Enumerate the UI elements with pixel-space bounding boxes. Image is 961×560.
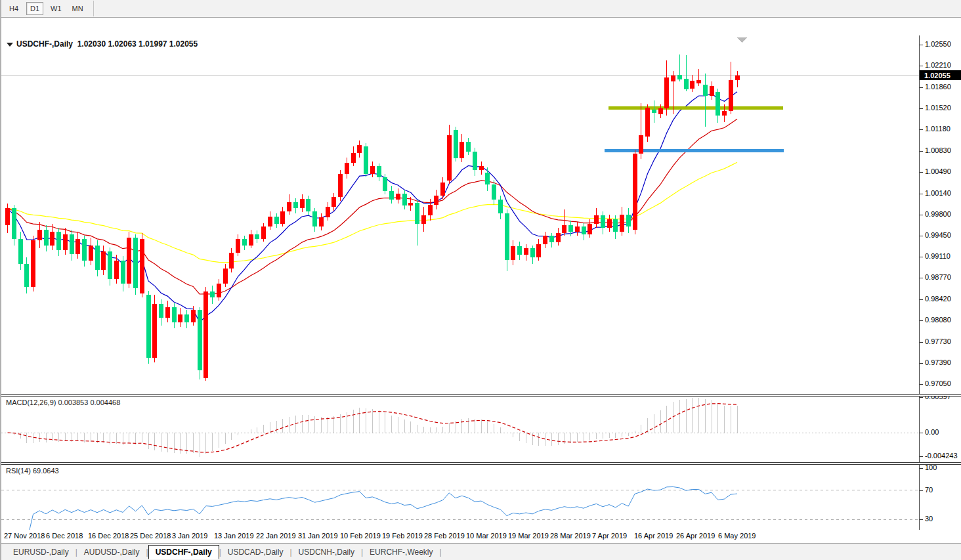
axis-tick (920, 236, 923, 236)
time-axis-label: 16 Apr 2019 (634, 532, 673, 540)
tab-usdcnh[interactable]: USDCNH-,Daily (292, 546, 361, 559)
resistance-line[interactable] (609, 106, 783, 110)
time-axis-label: 6 Dec 2018 (46, 532, 83, 540)
chart-title: USDCHF-,Daily 1.02030 1.02063 1.01997 1.… (7, 39, 198, 49)
axis-tick (920, 433, 923, 433)
time-axis-label: 27 Nov 2018 (4, 532, 45, 540)
axis-tick (920, 456, 923, 457)
price-tick-label: 0.99800 (925, 210, 951, 218)
axis-tick (920, 151, 923, 152)
axis-tick (920, 384, 923, 385)
price-tick-label: 1.00140 (925, 189, 951, 197)
axis-tick (920, 129, 923, 130)
time-axis-label: 10 Mar 2019 (466, 532, 507, 540)
price-tick-label: 1.00830 (925, 146, 951, 154)
axis-tick (920, 397, 923, 398)
axis-tick (920, 108, 923, 109)
time-axis-label: 10 Feb 2019 (340, 532, 381, 540)
macd-label: MACD(12,26,9) 0.003853 0.004468 (6, 398, 120, 406)
tab-audusd[interactable]: AUDUSD-,Daily (77, 546, 146, 559)
axis-tick (920, 278, 923, 278)
axis-tick (920, 490, 923, 491)
time-axis[interactable]: 27 Nov 20186 Dec 201816 Dec 201825 Dec 2… (1, 530, 961, 543)
time-axis-label: 3 Jan 2019 (172, 532, 207, 540)
timeframe-toolbar: H4D1W1MN (1, 0, 961, 18)
panel-separator[interactable] (1, 462, 961, 465)
current-price-badge: 1.02055 (920, 70, 961, 80)
price-axis[interactable]: 1.025501.022101.018601.015201.011801.008… (920, 35, 961, 395)
price-tick-label: 1.01180 (925, 125, 950, 133)
support-line[interactable] (605, 149, 784, 152)
axis-tick (920, 468, 923, 469)
time-axis-label: 19 Feb 2019 (382, 532, 423, 540)
price-tick-label: 1.02550 (925, 40, 951, 48)
price-tick-label: 0.98770 (925, 273, 951, 281)
price-tick-label: 1.01520 (925, 104, 951, 112)
chart-ohlc-values: 1.02030 1.02063 1.01997 1.02055 (77, 39, 198, 49)
axis-tick (920, 342, 923, 343)
chevron-down-icon[interactable] (7, 43, 13, 47)
price-tick-label: 0.99450 (925, 231, 951, 239)
axis-tick (920, 299, 923, 300)
macd-chart-canvas[interactable] (1, 397, 919, 462)
chart-symbol: USDCHF-,Daily (16, 39, 73, 49)
price-tick-label: 1.01860 (925, 83, 951, 91)
axis-tick (920, 215, 923, 215)
toolbar-separator (93, 1, 94, 16)
time-axis-label: 16 Dec 2018 (88, 532, 129, 540)
time-axis-label: 22 Jan 2019 (256, 532, 296, 540)
time-axis-label: 26 Apr 2019 (676, 532, 715, 540)
chart-shift-marker (737, 37, 747, 43)
price-chart-canvas[interactable] (1, 36, 919, 397)
axis-tick (920, 363, 923, 364)
price-tick-label: 0.98420 (925, 295, 951, 303)
chart-window[interactable]: USDCHF-,Daily 1.02030 1.02063 1.01997 1.… (1, 18, 961, 543)
time-axis-label: 25 Dec 2018 (130, 532, 171, 540)
macd-tick-label: 0.00 (925, 428, 939, 436)
time-axis-label: 13 Jan 2019 (214, 532, 254, 540)
chart-tabs-bar: EURUSD-,Daily|AUDUSD-,Daily|USDCHF-,Dail… (1, 543, 961, 560)
time-axis-label: 19 Mar 2019 (508, 532, 549, 540)
price-tick-label: 0.97390 (925, 358, 951, 366)
time-axis-label: 31 Jan 2019 (298, 532, 338, 540)
tab-eurchf[interactable]: EURCHF-,Weekly (363, 546, 439, 559)
panel-separator[interactable] (1, 394, 961, 397)
price-tick-label: 0.99110 (925, 252, 950, 260)
macd-tick-label: -0.004243 (925, 452, 958, 460)
tab-eurusd[interactable]: EURUSD-,Daily (7, 546, 75, 559)
axis-tick (920, 66, 923, 66)
time-axis-label: 28 Feb 2019 (424, 532, 465, 540)
axis-tick (920, 519, 923, 520)
time-axis-label: 6 May 2019 (718, 532, 756, 540)
axis-tick (920, 45, 923, 45)
mt4-terminal: H4D1W1MN USDCHF-,Daily 1.02030 1.02063 1… (0, 0, 961, 560)
rsi-tick-label: 30 (925, 515, 933, 523)
price-tick-label: 1.00490 (925, 167, 951, 175)
axis-tick (920, 194, 923, 194)
macd-axis[interactable]: 0.005970.00-0.004243 (920, 395, 961, 462)
timeframe-button-h4[interactable]: H4 (5, 2, 22, 15)
price-tick-label: 1.02210 (925, 61, 951, 69)
rsi-label: RSI(14) 69.0643 (6, 467, 59, 475)
axis-tick (920, 320, 923, 321)
time-axis-label: 7 Apr 2019 (592, 532, 627, 540)
rsi-tick-label: 70 (925, 486, 933, 494)
timeframe-button-d1[interactable]: D1 (26, 2, 43, 15)
axis-tick (920, 257, 923, 257)
axis-tick (920, 87, 923, 88)
axis-tick (920, 172, 923, 173)
tab-usdchf[interactable]: USDCHF-,Daily (148, 545, 219, 559)
tab-usdcad[interactable]: USDCAD-,Daily (221, 546, 290, 559)
timeframe-button-mn[interactable]: MN (69, 2, 87, 15)
time-axis-label: 28 Mar 2019 (550, 532, 591, 540)
price-tick-label: 0.97050 (925, 379, 951, 387)
tab-separator: | (440, 548, 442, 557)
price-tick-label: 0.98080 (925, 316, 951, 324)
price-tick-label: 0.97730 (925, 337, 951, 345)
timeframe-button-w1[interactable]: W1 (47, 2, 65, 15)
